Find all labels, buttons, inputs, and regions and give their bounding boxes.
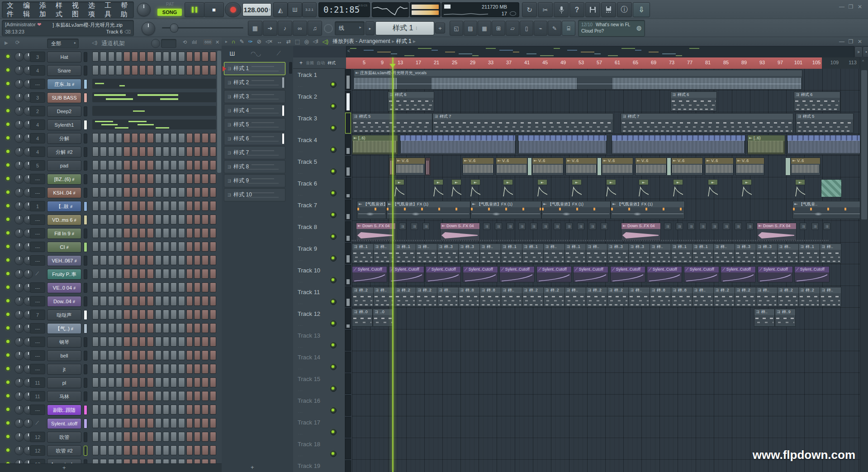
channel-target-box[interactable]: --- xyxy=(30,282,45,293)
playback-icon[interactable]: ◁‖ xyxy=(313,39,318,44)
step-cell[interactable] xyxy=(163,418,169,428)
channel-pan-knob[interactable] xyxy=(14,337,24,347)
track-options-dots[interactable]: ··· xyxy=(298,258,303,262)
pattern-stub[interactable]: ヨ xyxy=(735,223,742,230)
step-cell[interactable] xyxy=(178,377,185,387)
step-cell[interactable] xyxy=(155,405,161,415)
channel-pan-knob[interactable] xyxy=(14,93,24,102)
step-cell[interactable] xyxy=(139,364,146,374)
channel-button[interactable]: 钢琴 xyxy=(47,337,81,348)
step-cell[interactable] xyxy=(210,432,216,442)
clip[interactable]: ヨ 样.. xyxy=(416,243,437,263)
step-cell[interactable] xyxy=(108,350,114,360)
clip[interactable]: ヨ 样..2 xyxy=(352,287,374,307)
channel-target-box[interactable]: 4 xyxy=(30,147,45,157)
brush-icon[interactable]: ✑ xyxy=(248,38,253,45)
clip[interactable]: ⟋ Sylent..Cutoff xyxy=(573,266,608,282)
step-cell[interactable] xyxy=(108,269,114,279)
step-cell[interactable] xyxy=(147,323,153,333)
stretch-icon[interactable]: ↔ xyxy=(277,38,282,45)
clip[interactable]: ⇤ xyxy=(470,179,480,197)
step-cell[interactable] xyxy=(163,405,169,415)
step-cell[interactable] xyxy=(163,201,169,211)
step-cell[interactable] xyxy=(108,228,114,238)
channel-button[interactable]: VEH..067⧣ xyxy=(47,255,81,266)
step-cell[interactable] xyxy=(178,445,185,455)
step-cell[interactable] xyxy=(202,242,208,252)
step-cell[interactable] xyxy=(155,445,161,455)
step-cell[interactable] xyxy=(163,65,169,75)
record-blend-icon[interactable] xyxy=(324,24,333,33)
clip[interactable]: ヨ 样..3 xyxy=(607,243,629,263)
track-led[interactable] xyxy=(330,299,337,305)
channel-preview[interactable] xyxy=(92,106,216,116)
step-cell[interactable] xyxy=(171,432,177,442)
step-cell[interactable] xyxy=(163,350,169,360)
step-cell[interactable] xyxy=(210,445,216,455)
step-cell[interactable] xyxy=(194,405,200,415)
channel-led[interactable] xyxy=(5,339,10,344)
channel-button[interactable]: pl xyxy=(47,377,81,388)
step-cell[interactable] xyxy=(139,310,146,319)
channel-led[interactable] xyxy=(5,312,10,317)
channel-button[interactable]: 马林 xyxy=(47,391,81,402)
magnet-icon[interactable]: ∩ xyxy=(232,38,236,45)
step-cell[interactable] xyxy=(163,445,169,455)
track-led[interactable] xyxy=(330,451,337,457)
track-header[interactable]: Track 9··· xyxy=(293,243,345,265)
menu-item-4[interactable]: 视图 xyxy=(72,1,80,19)
channel-button[interactable]: Deep2 xyxy=(47,106,81,117)
pattern-stub[interactable]: ヨ xyxy=(699,223,707,230)
step-cell[interactable] xyxy=(155,391,161,401)
track-header[interactable]: Track 8··· xyxy=(293,221,345,243)
pl-close[interactable]: ✕ xyxy=(855,38,864,45)
channel-button[interactable]: SUB BASS xyxy=(47,92,81,103)
step-cell[interactable] xyxy=(100,350,106,360)
clip[interactable]: ⇤ 【气氛音.. xyxy=(792,201,860,219)
step-cell[interactable] xyxy=(202,432,208,442)
step-cell[interactable] xyxy=(108,160,114,170)
step-cell[interactable] xyxy=(108,282,114,292)
step-cell[interactable] xyxy=(132,282,138,292)
step-cell[interactable] xyxy=(178,296,185,306)
channel-button[interactable]: 吹管 #2 xyxy=(47,445,81,456)
clip[interactable]: ヨ 样..1 xyxy=(352,243,374,263)
clip[interactable]: ⟋ Sylent..Cutoff xyxy=(794,266,830,282)
track-led[interactable] xyxy=(330,364,337,370)
channel-select-strip[interactable] xyxy=(84,52,87,62)
clip[interactable]: ⟋ Sylent..Cutoff xyxy=(536,266,572,282)
step-cell[interactable] xyxy=(123,350,130,360)
step-cell[interactable] xyxy=(139,228,146,238)
pattern-stub[interactable]: ヨ xyxy=(823,223,830,230)
step-cell[interactable] xyxy=(147,255,153,265)
channel-led[interactable] xyxy=(5,81,10,86)
clip[interactable]: ⟋ Sylent..Cutoff xyxy=(499,266,535,282)
clip[interactable]: ⇤ Down S..FX 04 xyxy=(621,223,661,241)
channel-target-box[interactable]: --- xyxy=(30,215,45,225)
step-cell[interactable] xyxy=(178,65,185,75)
step-cell[interactable] xyxy=(171,405,177,415)
clip[interactable]: ヨ 样..2 xyxy=(777,287,799,307)
track-options-dots[interactable]: ··· xyxy=(298,172,303,176)
step-cell[interactable] xyxy=(210,133,216,143)
channel-target-box[interactable]: --- xyxy=(30,405,45,415)
channel-pan-knob[interactable] xyxy=(14,391,24,401)
channel-target-box[interactable]: --- xyxy=(30,228,45,238)
channel-button[interactable]: 庄东..ls⧣ xyxy=(47,79,81,90)
channel-led[interactable] xyxy=(5,407,10,412)
menu-item-5[interactable]: 选项 xyxy=(88,1,96,19)
step-cell[interactable] xyxy=(178,160,185,170)
channel-button[interactable]: 吹管 xyxy=(47,432,81,443)
clip[interactable]: ヨ 样..3 xyxy=(437,243,459,263)
step-cell[interactable] xyxy=(100,242,106,252)
channel-button[interactable]: 【气..)⧣ xyxy=(47,323,81,334)
clip[interactable]: ヨ 样式 6 xyxy=(670,91,717,111)
channel-led[interactable] xyxy=(5,95,10,100)
step-cell[interactable] xyxy=(100,174,106,184)
step-cell[interactable] xyxy=(100,269,106,279)
channel-button[interactable]: 分解 #2 xyxy=(47,147,81,157)
step-cell[interactable] xyxy=(100,310,106,319)
pattern-stub[interactable]: ヨ xyxy=(518,223,526,230)
pattern-prev-icon[interactable]: ▸ xyxy=(365,21,375,35)
channel-pan-knob[interactable] xyxy=(14,269,24,279)
